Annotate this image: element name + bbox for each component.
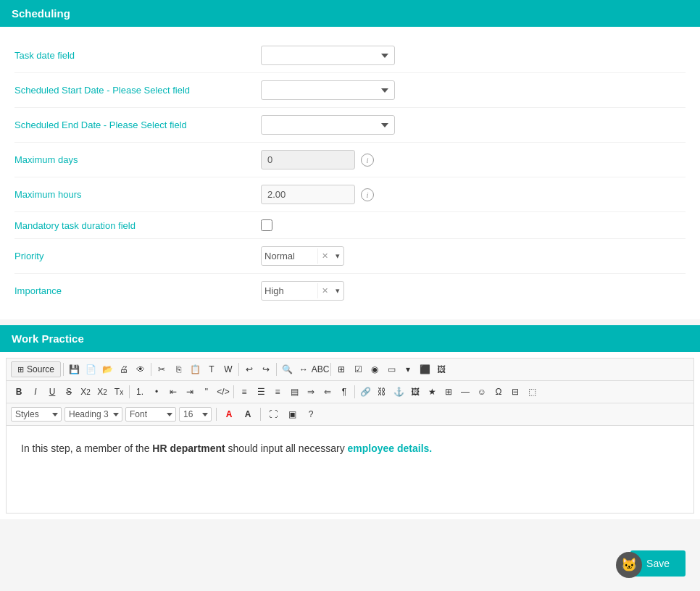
max-hours-input[interactable] xyxy=(261,185,355,204)
undo-btn[interactable]: ↩ xyxy=(241,361,257,377)
align-left-btn[interactable]: ≡ xyxy=(236,384,252,400)
source-icon: ⊞ xyxy=(17,365,24,374)
iframe-btn[interactable]: ⬚ xyxy=(524,384,540,400)
new-doc-btn[interactable]: 📄 xyxy=(83,361,99,377)
work-practice-body: ⊞ Source 💾 📄 📂 🖨 👁 ✂ ⎘ 📋 T W ↩ ↪ 🔍 xyxy=(0,352,700,519)
remove-format-btn[interactable]: Tx xyxy=(111,384,127,400)
work-practice-section: Work Practice ⊞ Source 💾 📄 📂 🖨 👁 ✂ ⎘ 📋 xyxy=(0,325,700,519)
help-btn[interactable]: ? xyxy=(303,406,319,422)
ltr-btn[interactable]: ⇒ xyxy=(303,384,319,400)
copy-btn[interactable]: ⎘ xyxy=(170,361,186,377)
page-break-btn[interactable]: ⊟ xyxy=(507,384,523,400)
replace-btn[interactable]: ↔ xyxy=(296,361,312,377)
italic-btn[interactable]: I xyxy=(28,384,43,400)
scheduled-end-label: Scheduled End Date - Please Select field xyxy=(14,120,261,130)
table2-btn[interactable]: ⊞ xyxy=(441,384,457,400)
checkbox-btn[interactable]: ☑ xyxy=(350,361,366,377)
task-date-control xyxy=(261,46,395,65)
print-btn[interactable]: 🖨 xyxy=(116,361,132,377)
spellcheck-btn[interactable]: ABC xyxy=(312,361,328,377)
hline-btn[interactable]: ― xyxy=(457,384,473,400)
smiley-btn[interactable]: ☺ xyxy=(474,384,490,400)
editor-container: ⊞ Source 💾 📄 📂 🖨 👁 ✂ ⎘ 📋 T W ↩ ↪ 🔍 xyxy=(6,358,694,514)
ol-btn[interactable]: 1. xyxy=(132,384,148,400)
flash-btn[interactable]: ★ xyxy=(424,384,440,400)
font-color-btn[interactable]: A xyxy=(221,406,237,422)
align-center-btn[interactable]: ☰ xyxy=(253,384,269,400)
font-dropdown[interactable]: Font Arial Times New Roman xyxy=(125,407,176,422)
redo-btn[interactable]: ↪ xyxy=(258,361,274,377)
anchor-btn[interactable]: ⚓ xyxy=(391,384,407,400)
task-date-row: Task date field xyxy=(14,38,686,73)
content-bold2: employee details. xyxy=(348,443,433,454)
find-btn[interactable]: 🔍 xyxy=(279,361,295,377)
mandatory-row: Mandatory task duration field xyxy=(14,212,686,239)
font-size-dropdown[interactable]: 16 8 10 12 14 18 24 xyxy=(179,407,212,422)
max-hours-info-icon: i xyxy=(361,188,374,201)
scheduled-end-select[interactable] xyxy=(261,115,395,135)
paste-btn[interactable]: 📋 xyxy=(187,361,203,377)
scheduled-start-select[interactable] xyxy=(261,80,395,100)
textfield-btn[interactable]: ▭ xyxy=(383,361,399,377)
open-doc-btn[interactable]: 📂 xyxy=(99,361,115,377)
strike-btn[interactable]: S xyxy=(61,384,77,400)
show-blocks-btn[interactable]: ¶ xyxy=(336,384,352,400)
hidden-btn[interactable]: ⬛ xyxy=(417,361,433,377)
maximize-btn[interactable]: ⛶ xyxy=(265,406,281,422)
editor-content[interactable]: In this step, a member of the HR departm… xyxy=(7,426,693,513)
priority-select[interactable]: Normal Low High xyxy=(262,247,317,265)
max-days-info-icon: i xyxy=(361,154,374,167)
sep3 xyxy=(238,363,239,376)
toolbar-row-2: B I U S X2 X2 Tx 1. • ⇤ ⇥ " </> ≡ ☰ ≡ ▤ … xyxy=(7,381,693,403)
image-btn2[interactable]: 🖼 xyxy=(407,384,423,400)
importance-clear-btn[interactable]: ✕ xyxy=(317,283,332,298)
content-bold1: HR department xyxy=(152,443,225,454)
priority-row: Priority Normal Low High ✕ ▾ xyxy=(14,239,686,274)
table-btn[interactable]: ⊞ xyxy=(333,361,349,377)
justify-btn[interactable]: ▤ xyxy=(286,384,302,400)
radio-btn[interactable]: ◉ xyxy=(367,361,383,377)
img-btn[interactable]: 🖼 xyxy=(433,361,449,377)
save-doc-btn[interactable]: 💾 xyxy=(66,361,82,377)
scheduled-start-row: Scheduled Start Date - Please Select fie… xyxy=(14,73,686,108)
toolbar-row-3: Styles Normal Heading 1 Heading 2 Headin… xyxy=(7,403,693,426)
styles-dropdown[interactable]: Styles Normal Heading 1 Heading 2 Headin… xyxy=(11,407,62,422)
select-btn[interactable]: ▾ xyxy=(400,361,416,377)
importance-arrow-btn[interactable]: ▾ xyxy=(332,283,343,298)
underline-btn[interactable]: U xyxy=(44,384,60,400)
outdent-btn[interactable]: ⇤ xyxy=(165,384,181,400)
priority-select-group: Normal Low High ✕ ▾ xyxy=(261,246,344,266)
rtl-btn[interactable]: ⇐ xyxy=(320,384,336,400)
cut-btn[interactable]: ✂ xyxy=(154,361,170,377)
mandatory-checkbox[interactable] xyxy=(261,219,272,231)
show-src-btn[interactable]: ▣ xyxy=(284,406,300,422)
unlink-btn[interactable]: ⛓ xyxy=(374,384,390,400)
div-btn[interactable]: </> xyxy=(215,384,231,400)
superscript-btn[interactable]: X2 xyxy=(94,384,110,400)
indent-btn[interactable]: ⇥ xyxy=(182,384,198,400)
preview-btn[interactable]: 👁 xyxy=(133,361,149,377)
paste-text-btn[interactable]: T xyxy=(204,361,220,377)
priority-clear-btn[interactable]: ✕ xyxy=(317,248,332,264)
blockquote-btn[interactable]: " xyxy=(199,384,214,400)
align-right-btn[interactable]: ≡ xyxy=(270,384,286,400)
source-label: Source xyxy=(27,364,54,374)
ul-btn[interactable]: • xyxy=(149,384,164,400)
content-prefix: In this step, a member of the xyxy=(21,443,152,454)
link-btn[interactable]: 🔗 xyxy=(357,384,373,400)
special-char-btn[interactable]: Ω xyxy=(491,384,507,400)
scheduling-title: Scheduling xyxy=(12,7,70,20)
bg-color-btn[interactable]: A xyxy=(240,406,256,422)
importance-select[interactable]: High Low Normal xyxy=(262,282,317,300)
heading-dropdown[interactable]: Heading 3 Heading 1 Heading 2 Paragraph xyxy=(64,407,122,422)
source-button[interactable]: ⊞ Source xyxy=(11,361,61,377)
sep10 xyxy=(260,408,261,421)
work-practice-title: Work Practice xyxy=(12,332,84,345)
subscript-btn[interactable]: X2 xyxy=(78,384,93,400)
editor-text: In this step, a member of the HR departm… xyxy=(21,440,679,456)
bold-btn[interactable]: B xyxy=(11,384,27,400)
max-days-input[interactable] xyxy=(261,150,355,169)
priority-arrow-btn[interactable]: ▾ xyxy=(332,248,343,264)
task-date-select[interactable] xyxy=(261,46,395,65)
paste-word-btn[interactable]: W xyxy=(220,361,236,377)
